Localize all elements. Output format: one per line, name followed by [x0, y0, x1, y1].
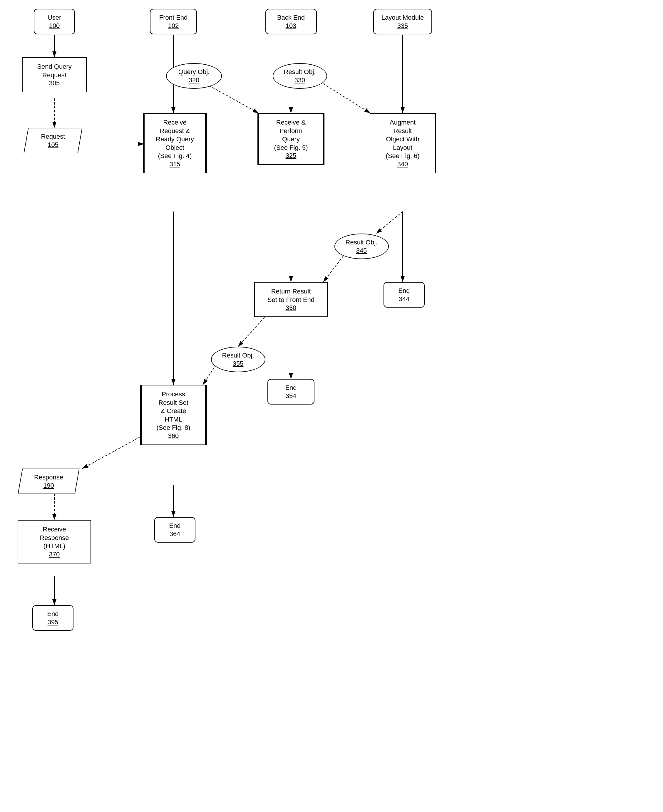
receive-perform-query-node: Receive &PerformQuery(See Fig. 5) 325 [255, 113, 326, 165]
receive-response-label: ReceiveResponse(HTML) [22, 525, 86, 550]
frontend-label: Front End [156, 13, 191, 22]
backend-id: 103 [272, 22, 310, 30]
end-354-node: End 354 [265, 379, 317, 405]
svg-line-11 [323, 84, 370, 113]
request-id: 105 [32, 141, 74, 149]
request-label: Request [32, 132, 74, 141]
return-result-set-id: 350 [259, 304, 323, 312]
process-result-set-id: 360 [146, 432, 201, 440]
augment-result-node: AugmentResultObject WithLayout(See Fig. … [367, 113, 438, 173]
receive-response-id: 370 [22, 550, 86, 558]
result-obj-330-node: Result Obj. 330 [270, 63, 329, 89]
return-result-set-node: Return ResultSet to Front End 350 [253, 282, 329, 317]
end-344-id: 344 [390, 295, 418, 303]
layout-module-label: Layout Module [380, 13, 425, 22]
end-364-node: End 364 [151, 517, 198, 542]
layout-module-node: Layout Module 335 [372, 9, 433, 34]
end-395-id: 395 [39, 618, 67, 626]
end-344-label: End [390, 287, 418, 295]
end-344-node: End 344 [381, 282, 428, 308]
result-obj-355-id: 355 [219, 360, 257, 368]
augment-result-label: AugmentResultObject WithLayout(See Fig. … [374, 118, 431, 160]
result-obj-330-label: Result Obj. [281, 68, 319, 76]
result-obj-345-label: Result Obj. [342, 238, 381, 247]
backend-node: Back End 103 [263, 9, 319, 34]
receive-request-node: ReceiveRequest &Ready QueryObject(See Fi… [141, 113, 209, 173]
receive-request-id: 315 [149, 160, 201, 168]
return-result-set-label: Return ResultSet to Front End [259, 287, 323, 304]
user-label: User [40, 13, 68, 22]
end-354-label: End [274, 384, 308, 392]
response-node: Response 190 [18, 468, 79, 494]
send-query-request-id: 305 [29, 79, 80, 87]
svg-line-21 [82, 435, 144, 468]
query-obj-320-label: Query Obj. [174, 68, 214, 76]
query-obj-320-id: 320 [174, 76, 214, 84]
query-obj-320-node: Query Obj. 320 [165, 63, 223, 89]
end-395-label: End [39, 610, 67, 618]
user-id: 100 [40, 22, 68, 30]
receive-perform-query-id: 325 [263, 152, 319, 160]
backend-label: Back End [272, 13, 310, 22]
process-result-set-node: ProcessResult Set& CreateHTML(See Fig. 8… [138, 385, 209, 445]
svg-line-19 [238, 317, 265, 347]
result-obj-355-node: Result Obj. 355 [209, 347, 267, 372]
result-obj-330-id: 330 [281, 76, 319, 84]
send-query-request-label: Send QueryRequest [29, 63, 80, 79]
frontend-id: 102 [156, 22, 191, 30]
receive-response-node: ReceiveResponse(HTML) 370 [15, 520, 94, 563]
send-query-request-node: Send QueryRequest 305 [19, 57, 90, 92]
frontend-node: Front End 102 [147, 9, 200, 34]
user-node: User 100 [29, 9, 79, 34]
receive-request-label: ReceiveRequest &Ready QueryObject(See Fi… [149, 118, 201, 160]
response-id: 190 [26, 482, 71, 489]
response-label: Response [26, 473, 71, 482]
layout-module-id: 335 [380, 22, 425, 30]
end-364-id: 364 [161, 530, 189, 538]
end-395-node: End 395 [29, 605, 76, 631]
result-obj-345-node: Result Obj. 345 [332, 234, 391, 259]
result-obj-345-id: 345 [342, 247, 381, 254]
receive-perform-query-label: Receive &PerformQuery(See Fig. 5) [263, 118, 319, 152]
end-354-id: 354 [274, 392, 308, 400]
augment-result-id: 340 [374, 160, 431, 168]
process-result-set-label: ProcessResult Set& CreateHTML(See Fig. 8… [146, 390, 201, 432]
svg-line-14 [376, 211, 403, 234]
end-364-label: End [161, 522, 189, 530]
result-obj-355-label: Result Obj. [219, 351, 257, 360]
request-node: Request 105 [24, 128, 82, 153]
